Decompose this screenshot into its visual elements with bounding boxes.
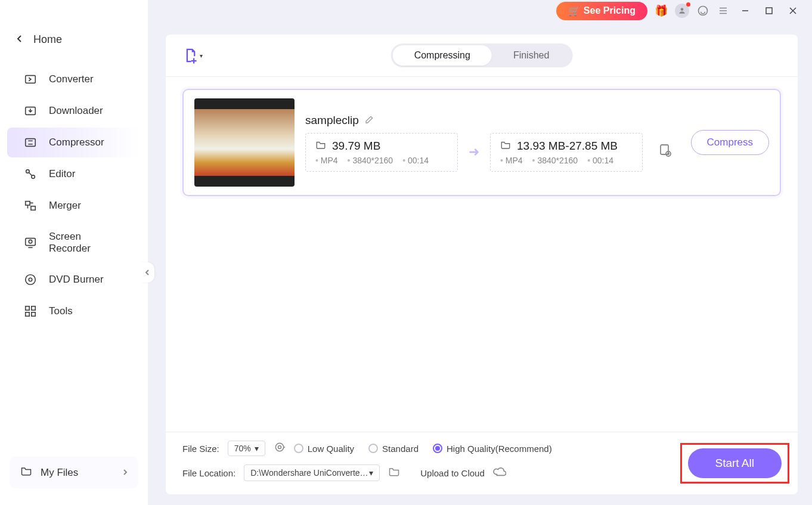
svg-point-18 [29, 240, 32, 243]
radio-standard-quality[interactable]: Standard [368, 444, 419, 454]
svg-point-29 [275, 443, 283, 451]
my-files-button[interactable]: My Files [10, 457, 138, 488]
arrow-icon: ➜ [469, 144, 479, 160]
source-size: 39.79 MB [332, 140, 380, 153]
file-title-row: sampleclip [305, 114, 680, 127]
source-format: MP4 [315, 156, 338, 165]
sidebar-item-compressor[interactable]: Compressor [7, 128, 141, 157]
radio-label: Standard [382, 444, 419, 454]
radio-dot [433, 444, 442, 453]
svg-rect-6 [766, 8, 772, 14]
radio-low-quality[interactable]: Low Quality [294, 444, 354, 454]
radio-high-quality[interactable]: High Quality(Recommend) [433, 444, 552, 454]
svg-rect-15 [26, 202, 30, 205]
home-nav[interactable]: Home [0, 24, 148, 63]
edit-name-icon[interactable] [365, 114, 374, 126]
start-all-highlight: Start All [680, 443, 789, 484]
sidebar-item-label: Converter [49, 73, 94, 85]
folder-icon [500, 140, 511, 153]
sidebar-item-tools[interactable]: Tools [7, 296, 141, 326]
downloader-icon [24, 104, 37, 117]
svg-rect-25 [32, 312, 35, 316]
tab-finished[interactable]: Finished [492, 45, 571, 66]
radio-dot [294, 444, 303, 453]
file-location-select[interactable]: D:\Wondershare UniConverter 1 ▾ [244, 464, 380, 481]
compress-button[interactable]: Compress [691, 130, 769, 155]
chevron-right-icon [123, 467, 128, 479]
sidebar-item-label: Downloader [49, 105, 103, 117]
svg-rect-27 [661, 145, 668, 154]
sidebar-item-dvd-burner[interactable]: DVD Burner [7, 265, 141, 295]
editor-icon [24, 168, 37, 181]
user-avatar[interactable] [675, 4, 689, 18]
folder-icon [315, 140, 326, 153]
maximize-button[interactable] [761, 2, 777, 19]
tools-icon [24, 305, 37, 318]
tab-pill: Compressing Finished [391, 44, 573, 67]
support-icon[interactable] [696, 4, 709, 17]
main-panel: ▾ Compressing Finished sampleclip [166, 35, 798, 494]
sidebar-item-label: DVD Burner [49, 274, 104, 286]
target-format: MP4 [500, 156, 523, 165]
target-resolution: 3840*2160 [532, 156, 578, 165]
svg-line-14 [29, 172, 32, 176]
converter-icon [24, 73, 37, 86]
radio-label: Low Quality [308, 444, 354, 454]
file-card: sampleclip 39.79 MB MP4 3840*2160 [182, 89, 781, 196]
file-location-value: D:\Wondershare UniConverter 1 [250, 468, 369, 478]
sidebar-toggle[interactable] [140, 262, 154, 283]
svg-rect-22 [26, 306, 29, 310]
back-icon [17, 33, 23, 46]
svg-rect-16 [31, 206, 35, 210]
target-spec-box: 13.93 MB-27.85 MB MP4 3840*2160 00:14 [490, 133, 643, 172]
spec-boxes: 39.79 MB MP4 3840*2160 00:14 ➜ 13.93 MB-… [305, 133, 680, 172]
sidebar-item-downloader[interactable]: Downloader [7, 96, 141, 126]
file-size-select[interactable]: 70% ▾ [228, 441, 265, 456]
svg-point-30 [278, 445, 281, 448]
file-card-body: sampleclip 39.79 MB MP4 3840*2160 [305, 114, 680, 172]
output-settings-icon[interactable] [658, 143, 672, 161]
footer: File Size: 70% ▾ Low Quality Standard [166, 432, 798, 494]
chevron-down-icon: ▾ [200, 52, 203, 59]
gift-icon[interactable]: 🎁 [655, 4, 668, 17]
file-location-label: File Location: [182, 468, 235, 478]
svg-rect-24 [26, 312, 29, 316]
advanced-settings-icon[interactable] [274, 441, 286, 456]
sidebar-item-label: Compressor [49, 137, 104, 148]
folder-icon [20, 465, 32, 480]
dvd-burner-icon [24, 273, 37, 286]
my-files-label: My Files [41, 467, 78, 479]
see-pricing-button[interactable]: 🛒 See Pricing [556, 2, 647, 20]
home-label: Home [33, 33, 62, 46]
compressor-icon [24, 136, 37, 149]
svg-point-0 [681, 8, 684, 11]
menu-icon[interactable] [717, 4, 730, 17]
cloud-icon[interactable] [493, 465, 506, 481]
minimize-button[interactable] [737, 2, 754, 19]
close-button[interactable] [785, 2, 801, 19]
chevron-left-icon [145, 269, 150, 276]
sidebar-item-converter[interactable]: Converter [7, 64, 141, 94]
sidebar: Home Converter Downloader Compressor Edi… [0, 0, 148, 505]
quality-radio-group: Low Quality Standard High Quality(Recomm… [294, 444, 552, 454]
add-file-button[interactable]: ▾ [182, 45, 203, 66]
sidebar-item-screen-recorder[interactable]: Screen Recorder [7, 222, 141, 263]
sidebar-item-label: Screen Recorder [49, 231, 124, 255]
sidebar-item-merger[interactable]: Merger [7, 191, 141, 221]
tabs-row: ▾ Compressing Finished [166, 35, 798, 77]
sidebar-item-label: Merger [49, 200, 81, 212]
start-all-button[interactable]: Start All [688, 448, 782, 478]
pricing-label: See Pricing [584, 5, 636, 16]
upload-cloud-label: Upload to Cloud [420, 468, 485, 478]
tab-compressing[interactable]: Compressing [393, 45, 492, 66]
sidebar-item-editor[interactable]: Editor [7, 159, 141, 189]
video-thumbnail[interactable] [194, 98, 295, 187]
radio-label: High Quality(Recommend) [447, 444, 552, 454]
open-folder-icon[interactable] [388, 466, 400, 481]
screen-recorder-icon [24, 236, 37, 249]
source-duration: 00:14 [402, 156, 429, 165]
merger-icon [24, 199, 37, 212]
svg-rect-23 [32, 306, 35, 310]
file-list: sampleclip 39.79 MB MP4 3840*2160 [166, 77, 798, 432]
person-icon [678, 7, 686, 15]
